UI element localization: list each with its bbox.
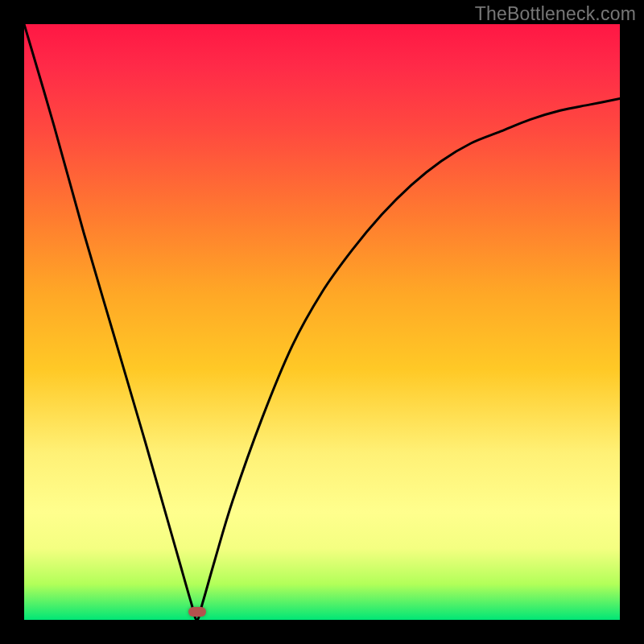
bottleneck-curve: [24, 24, 620, 620]
plot-area: [24, 24, 620, 620]
chart-frame: TheBottleneck.com: [0, 0, 644, 644]
watermark-text: TheBottleneck.com: [475, 3, 636, 25]
min-point-marker: [188, 607, 206, 617]
